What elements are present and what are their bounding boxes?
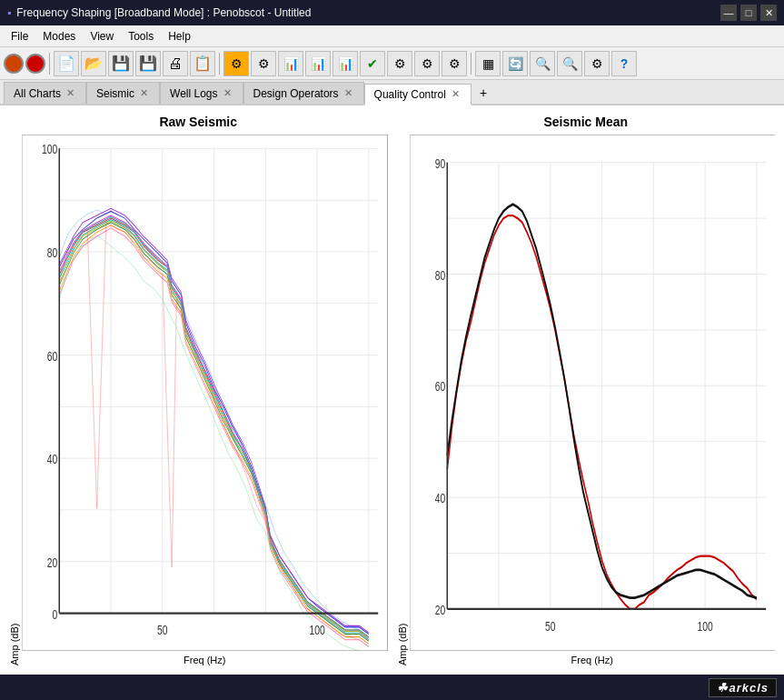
open-button[interactable]: 📂: [81, 51, 106, 76]
svg-text:0: 0: [52, 606, 57, 623]
tab-add-button[interactable]: +: [471, 82, 495, 104]
titlebar-left: ▪ Frequency Shaping [Broadband Mode] : P…: [7, 6, 311, 19]
check-button[interactable]: ✔: [360, 51, 385, 76]
seismic-mean-panel: Seismic Mean Amp (dB): [397, 115, 776, 665]
sep2: [219, 53, 220, 75]
app-icon: ▪: [7, 6, 11, 19]
tab-design-operators[interactable]: Design Operators ✕: [243, 82, 364, 104]
toolbar: 📄 📂 💾 💾 🖨 📋 ⚙ ⚙ 📊 📊 📊 ✔ ⚙ ⚙ ⚙ ▦ 🔄 🔍 🔍 ⚙ …: [0, 47, 784, 80]
seismic-mean-wrapper: Amp (dB): [397, 135, 776, 665]
chart3-button[interactable]: 📊: [332, 51, 358, 76]
refresh-button[interactable]: 🔄: [502, 51, 528, 76]
raw-seismic-wrapper: Amp (dB): [9, 135, 388, 665]
logo-text: ☘arkcls: [717, 681, 769, 695]
tab-all-charts[interactable]: All Charts ✕: [4, 82, 86, 104]
svg-text:100: 100: [42, 141, 57, 157]
logo: ☘arkcls: [709, 678, 777, 697]
menu-modes[interactable]: Modes: [35, 28, 83, 45]
raw-seismic-title: Raw Seismic: [159, 115, 237, 129]
sep1: [49, 53, 50, 75]
menu-file[interactable]: File: [4, 28, 35, 45]
sep3: [471, 53, 471, 75]
menu-view[interactable]: View: [83, 28, 121, 45]
tab-close-design-operators[interactable]: ✕: [342, 87, 354, 99]
stop-button[interactable]: [25, 54, 45, 74]
svg-text:60: 60: [434, 378, 444, 395]
tab-well-logs[interactable]: Well Logs ✕: [160, 82, 243, 104]
tool1-button[interactable]: ⚙: [387, 51, 412, 76]
zoom-in-button[interactable]: 🔍: [530, 51, 555, 76]
settings-button[interactable]: ⚙: [223, 51, 249, 76]
app-title: Frequency Shaping [Broadband Mode] : Pen…: [16, 6, 311, 19]
tab-close-quality-control[interactable]: ✕: [450, 88, 461, 100]
svg-rect-0: [22, 135, 388, 651]
filter-button[interactable]: ⚙: [251, 51, 276, 76]
svg-rect-28: [410, 135, 776, 651]
raw-seismic-inner: 100 80 60 40 20 0 50 100: [22, 135, 388, 665]
seismic-mean-x-label: Freq (Hz): [410, 655, 776, 665]
seismic-mean-title: Seismic Mean: [543, 115, 628, 129]
raw-seismic-svg: 100 80 60 40 20 0 50 100: [22, 135, 388, 651]
seismic-mean-inner: 90 80 60 40 20 50 100: [410, 135, 776, 665]
bottombar: ☘arkcls: [0, 675, 784, 700]
svg-text:20: 20: [434, 602, 444, 618]
svg-text:80: 80: [434, 267, 444, 284]
layers-button[interactable]: ⚙: [584, 51, 610, 76]
tool2-button[interactable]: ⚙: [414, 51, 440, 76]
svg-text:60: 60: [47, 348, 57, 365]
svg-text:90: 90: [434, 155, 444, 172]
svg-text:50: 50: [157, 621, 167, 637]
svg-text:100: 100: [697, 618, 712, 635]
save-button[interactable]: 💾: [108, 51, 134, 76]
seismic-mean-y-label: Amp (dB): [397, 135, 408, 665]
close-button[interactable]: ✕: [760, 5, 777, 21]
svg-text:40: 40: [434, 490, 444, 506]
record-button[interactable]: [4, 54, 24, 74]
raw-seismic-y-label: Amp (dB): [9, 135, 20, 665]
minimize-button[interactable]: —: [720, 5, 737, 21]
help-button[interactable]: ?: [611, 51, 637, 76]
maximize-button[interactable]: □: [740, 5, 757, 21]
tab-close-seismic[interactable]: ✕: [138, 87, 150, 99]
seismic-mean-svg: 90 80 60 40 20 50 100: [410, 135, 776, 651]
titlebar: ▪ Frequency Shaping [Broadband Mode] : P…: [0, 0, 784, 25]
grid-button[interactable]: ▦: [475, 51, 501, 76]
svg-text:80: 80: [47, 245, 57, 261]
tab-quality-control[interactable]: Quality Control ✕: [364, 84, 471, 105]
svg-text:20: 20: [47, 555, 57, 571]
tool3-button[interactable]: ⚙: [442, 51, 467, 76]
new-button[interactable]: 📄: [54, 51, 79, 76]
raw-seismic-panel: Raw Seismic Amp (dB): [9, 115, 388, 665]
menu-help[interactable]: Help: [161, 28, 198, 45]
raw-seismic-x-label: Freq (Hz): [22, 655, 388, 665]
svg-text:40: 40: [47, 451, 57, 467]
zoom-out-button[interactable]: 🔍: [557, 51, 582, 76]
tab-close-well-logs[interactable]: ✕: [222, 87, 233, 99]
menu-tools[interactable]: Tools: [121, 28, 161, 45]
chart2-button[interactable]: 📊: [305, 51, 331, 76]
print-button[interactable]: 🖨: [163, 51, 188, 76]
svg-text:100: 100: [309, 621, 324, 637]
tabbar: All Charts ✕ Seismic ✕ Well Logs ✕ Desig…: [0, 80, 784, 105]
chart1-button[interactable]: 📊: [278, 51, 303, 76]
menubar: File Modes View Tools Help: [0, 25, 784, 47]
titlebar-controls: — □ ✕: [720, 5, 777, 21]
copy-button[interactable]: 📋: [190, 51, 215, 76]
svg-text:50: 50: [545, 618, 555, 635]
tab-seismic[interactable]: Seismic ✕: [86, 82, 160, 104]
main-content: Raw Seismic Amp (dB): [0, 105, 784, 675]
tab-close-all-charts[interactable]: ✕: [65, 87, 76, 99]
save-as-button[interactable]: 💾: [135, 51, 161, 76]
